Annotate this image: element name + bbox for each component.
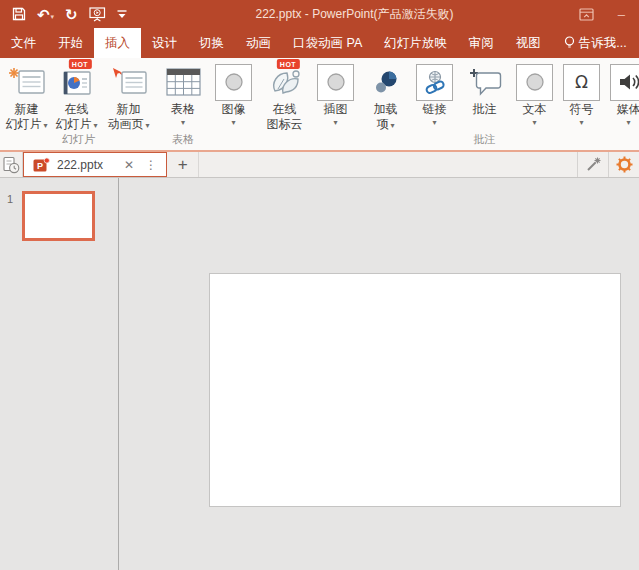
powerpoint-window: ↶ ▾ ↻ 222.pptx - PowerPoint(产品激活失败) – 文件… [0,0,639,570]
table-icon [166,62,201,102]
lightbulb-icon [564,36,575,50]
addins-button[interactable]: 加载 项▾ [362,58,409,133]
online-slides-icon: HOT [60,62,94,102]
powerpoint-file-icon: P [33,157,50,173]
undo-button[interactable]: ↶ ▾ [37,7,54,22]
ribbon: 新建 幻灯片▾ HOT 在线 幻灯片▾ [0,58,639,152]
dropdown-arrow-icon: ▾ [145,121,149,130]
menu-tab-pocket-animation[interactable]: 口袋动画 PA [282,28,373,58]
text-icon [516,62,553,102]
slide-1-thumbnail[interactable] [22,191,95,241]
dropdown-arrow-icon: ▾ [579,117,583,128]
ribbon-group-addins: 加载 项▾ [362,58,409,150]
menu-tab-design[interactable]: 设计 [141,28,188,58]
ribbon-group-illustrations: 插图 ▾ [313,58,358,150]
ribbon-group-media: 媒体 ▾ [607,58,639,150]
menu-tab-file[interactable]: 文件 [0,28,47,58]
minimize-button[interactable]: – [618,8,625,21]
undo-icon: ↶ [37,7,50,22]
tell-me-box[interactable]: 告诉我... [554,28,637,58]
ribbon-group-comment: 批注 批注 [460,58,509,150]
illustrations-icon [317,62,354,102]
new-slide-button[interactable]: 新建 幻灯片▾ [2,58,51,133]
online-slides-label-line2: 幻灯片 [55,117,91,131]
save-icon[interactable] [12,7,26,21]
text-label: 文本 [523,102,547,116]
speaker-icon [610,62,639,102]
new-tab-button[interactable]: + [167,152,199,177]
ribbon-group-table: 表格 ▾ 表格 [159,58,207,150]
media-button[interactable]: 媒体 ▾ [607,58,639,128]
ribbon-group-symbols: Ω 符号 ▾ [560,58,603,150]
new-slide-label-line2: 幻灯片 [5,117,41,131]
slide-thumbnail-panel: 1 [0,178,118,570]
group-label-table: 表格 [159,133,207,150]
redo-icon[interactable]: ↻ [65,7,78,22]
customize-qat-icon[interactable] [117,10,127,19]
new-slide-label-line1: 新建 [14,102,38,116]
dropdown-arrow-icon: ▾ [626,117,630,128]
dropdown-arrow-icon: ▾ [532,117,536,128]
image-button[interactable]: 图像 ▾ [211,58,256,128]
document-tab-222pptx[interactable]: P 222.pptx ✕ ⋮ [23,152,167,177]
online-slides-button[interactable]: HOT 在线 幻灯片▾ [51,58,102,133]
ribbon-group-slides: 新建 幻灯片▾ HOT 在线 幻灯片▾ [2,58,155,150]
title-bar: ↶ ▾ ↻ 222.pptx - PowerPoint(产品激活失败) – [0,0,639,28]
slide-editor-area [119,178,639,570]
text-button[interactable]: 文本 ▾ [513,58,556,128]
ribbon-group-icon-cloud: HOT 在线 图标云 [260,58,309,150]
table-button[interactable]: 表格 ▾ [159,58,207,128]
tab-settings-gear-icon[interactable] [608,152,639,177]
undo-dropdown-icon[interactable]: ▾ [51,13,55,22]
online-slides-label-line1: 在线 [64,102,88,116]
ribbon-display-options-icon[interactable] [579,8,594,21]
new-animation-page-button[interactable]: 新加 动画页▾ [102,58,155,133]
media-label: 媒体 [617,102,639,116]
omega-icon: Ω [563,62,600,102]
addins-icon [371,62,401,102]
dropdown-arrow-icon: ▾ [333,117,337,128]
image-icon [215,62,252,102]
new-slide-icon [8,62,46,102]
menu-tab-slideshow[interactable]: 幻灯片放映 [373,28,458,58]
online-icon-cloud-label-line2: 图标云 [267,117,303,131]
new-animation-page-label-line1: 新加 [116,102,140,116]
symbols-label: 符号 [570,102,594,116]
addins-label-line1: 加载 [374,102,398,116]
close-tab-icon[interactable]: ✕ [124,159,134,171]
menu-tab-animations[interactable]: 动画 [235,28,282,58]
dropdown-arrow-icon: ▾ [181,117,185,128]
new-animation-page-label-line2: 动画页 [107,117,143,131]
menu-tab-view[interactable]: 视图 [505,28,552,58]
online-icon-cloud-button[interactable]: HOT 在线 图标云 [260,58,309,132]
tab-bar-tools [577,152,639,177]
slide-canvas[interactable] [209,273,621,507]
comment-button[interactable]: 批注 [460,58,509,117]
tab-menu-icon[interactable]: ⋮ [141,159,157,171]
links-button[interactable]: 链接 ▾ [413,58,456,128]
window-controls: – [549,8,639,21]
ribbon-group-links: 链接 ▾ [413,58,456,150]
illustrations-button[interactable]: 插图 ▾ [313,58,358,128]
table-label: 表格 [171,102,195,116]
menu-tab-home[interactable]: 开始 [47,28,94,58]
symbols-button[interactable]: Ω 符号 ▾ [560,58,603,128]
magic-wand-icon[interactable] [577,152,608,177]
document-tab-bar: P 222.pptx ✕ ⋮ + [0,152,639,178]
menu-tab-insert[interactable]: 插入 [94,28,141,58]
links-label: 链接 [423,102,447,116]
recent-documents-icon[interactable] [0,152,23,177]
menu-tab-review[interactable]: 审阅 [458,28,505,58]
illustrations-label: 插图 [324,102,348,116]
ribbon-group-image: 图像 ▾ [211,58,256,150]
dropdown-arrow-icon: ▾ [43,121,47,130]
menu-tab-transitions[interactable]: 切换 [188,28,235,58]
workspace: 1 [0,178,639,570]
ribbon-tab-bar: 文件 开始 插入 设计 切换 动画 口袋动画 PA 幻灯片放映 审阅 视图 告诉… [0,28,639,58]
link-icon [416,62,453,102]
quick-access-toolbar: ↶ ▾ ↻ [0,7,160,22]
window-title: 222.pptx - PowerPoint(产品激活失败) [160,6,549,23]
start-slideshow-icon[interactable] [89,7,106,22]
online-icon-cloud-label-line1: 在线 [273,102,297,116]
group-label-slides: 幻灯片 [2,133,155,150]
